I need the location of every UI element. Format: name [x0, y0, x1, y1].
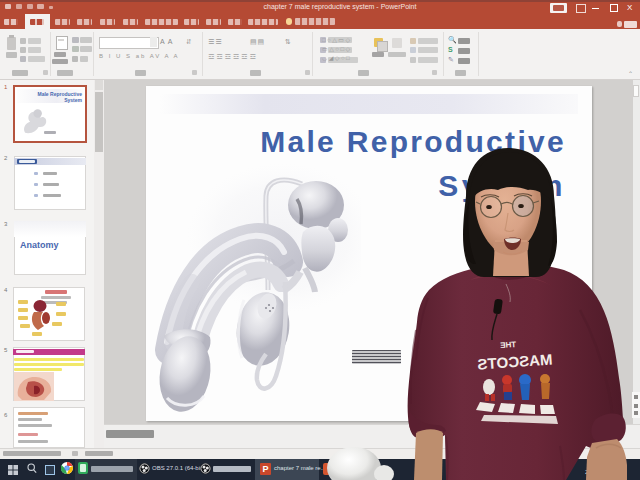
svg-text:THE: THE — [499, 340, 516, 350]
